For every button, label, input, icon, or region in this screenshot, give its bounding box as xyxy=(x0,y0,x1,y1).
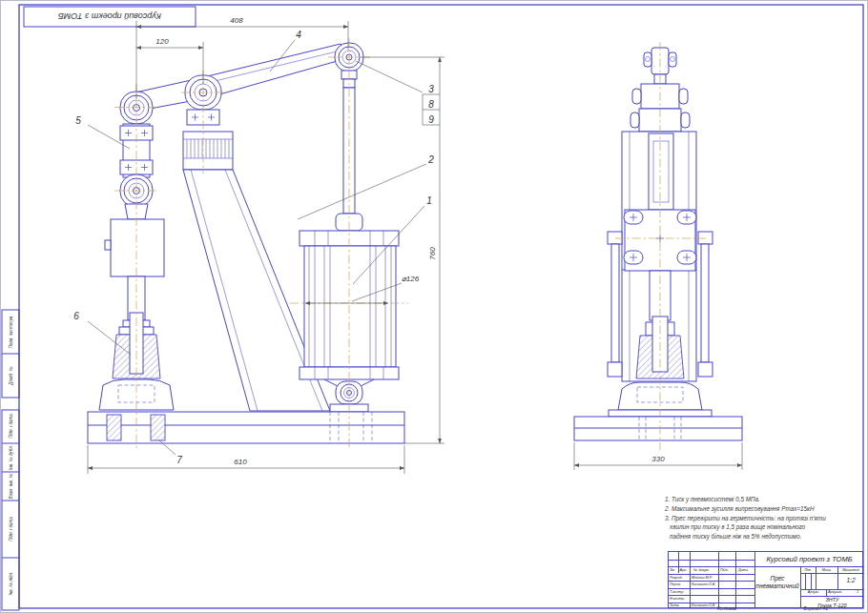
callout-3: 3 xyxy=(428,84,434,94)
margin-label-inv-dubl: Інв. № дубл. xyxy=(9,445,13,470)
technical-notes: 1. Тиск у пневмосистемі 0,5 МПа. 2. Макс… xyxy=(665,495,867,541)
tb-col-pidp: Підп. xyxy=(720,568,729,573)
tb-project-title: Курсовий проект з ТОМБ xyxy=(754,555,864,563)
tb-sheet-label: Аркуш xyxy=(800,590,826,595)
tb-perev-label: Перев. xyxy=(670,582,681,587)
margin-label-perv: Перв. застосув. xyxy=(9,316,13,349)
note-line: 3. Прес перевірити на герметичність: на … xyxy=(665,514,867,523)
margin-label-vzam: Взам. інв. № xyxy=(9,474,13,500)
tb-col-ark: Арк. xyxy=(680,568,688,573)
anchor-bolt xyxy=(151,415,165,440)
callout-6: 6 xyxy=(73,311,79,321)
callout-7: 7 xyxy=(176,455,182,465)
copied-label: Копіював xyxy=(717,606,736,611)
tb-lit-label: Літ. xyxy=(800,568,816,573)
anchor-bolt xyxy=(107,415,121,440)
margin-label-pidp1: Підп. і дата xyxy=(9,414,13,439)
note-line: падіння тиску більше ніж на 5% недопусти… xyxy=(665,532,867,541)
cylinder-body xyxy=(304,246,396,367)
tb-doc-title-2: пневматичний xyxy=(754,582,800,590)
title-block: Зм. Арк. № докум. Підп. Дата Розроб. Мей… xyxy=(668,551,863,608)
tb-rozrob-label: Розроб. xyxy=(670,576,683,581)
drawing-sheet: Курсовий проект з ТОМБ Перв. застосув. Д… xyxy=(0,0,868,613)
tb-doc-title-1: Прес xyxy=(754,575,800,582)
callout-5: 5 xyxy=(75,115,81,126)
dim-760: 760 xyxy=(428,247,437,260)
dim-120: 120 xyxy=(155,37,169,46)
margin-label-pidp2: Підп. і дата xyxy=(9,517,13,541)
tb-nkontr-label: Н.контр. xyxy=(670,597,685,602)
callout-1: 1 xyxy=(426,195,432,206)
note-line: 1. Тиск у пневмосистемі 0,5 МПа. xyxy=(665,495,867,504)
tb-col-zm: Зм. xyxy=(670,568,675,573)
callout-9: 9 xyxy=(428,114,434,125)
tb-tkontr-label: Т.контр. xyxy=(670,590,684,595)
callout-8: 8 xyxy=(428,99,434,110)
margin-label-inv-pidl: Інв. № підл. xyxy=(9,572,13,596)
dim-610: 610 xyxy=(234,458,247,466)
tb-zatv-label: Затв. xyxy=(670,603,680,608)
note-line: хвилин при тиску в 1,5 раза вище номінал… xyxy=(665,522,867,532)
tb-mass-label: Маса xyxy=(816,568,837,573)
dim-330: 330 xyxy=(651,455,665,463)
dim-408: 408 xyxy=(230,16,243,25)
tb-zatv-name: Коновало О.В. xyxy=(692,603,715,608)
tb-sheets-label: Аркушів xyxy=(828,590,841,595)
callout-2: 2 xyxy=(427,154,434,165)
callout-4: 4 xyxy=(296,30,301,40)
margin-label-dovid: Довід. № xyxy=(9,366,13,385)
tb-sheets-value: 1 xyxy=(857,590,858,595)
format-label: Формат А1 xyxy=(803,606,828,611)
tb-scale-value: 1:2 xyxy=(837,577,864,584)
dim-cyl-dia: ⌀126 xyxy=(402,275,420,283)
tb-perev-name: Коновало О.В. xyxy=(692,582,715,587)
note-line: 2. Максимальне зусилля випресовування Pm… xyxy=(665,504,867,514)
corner-stamp-text: Курсовий проект з ТОМБ xyxy=(58,11,161,21)
tb-scale-label: Масштаб xyxy=(837,568,864,573)
tb-col-data: Дата xyxy=(738,568,748,573)
side-base xyxy=(574,417,742,440)
front-base xyxy=(88,412,404,443)
tb-rozrob-name: Мейлах М.Р. xyxy=(692,576,713,581)
tb-col-doc: № докум. xyxy=(693,568,710,573)
